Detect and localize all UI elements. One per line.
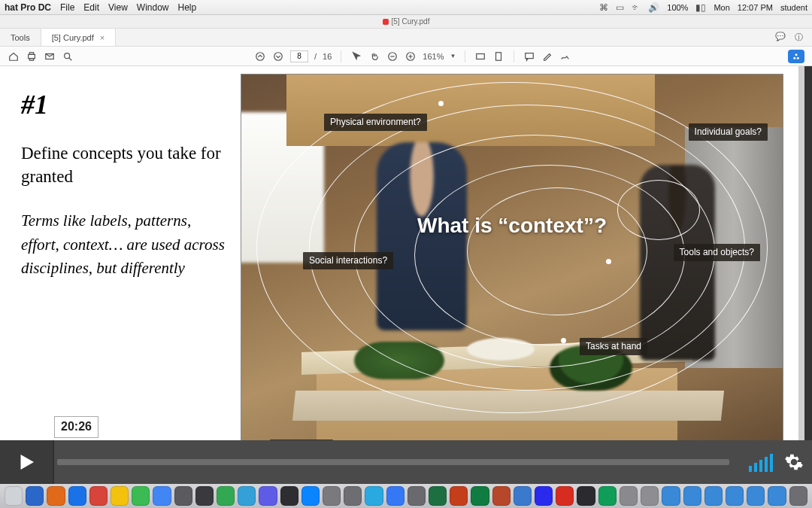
- dock-app-26[interactable]: [556, 486, 574, 506]
- camera-icon[interactable]: ⌘: [599, 2, 608, 13]
- dock-app-12[interactable]: [259, 486, 277, 506]
- dock-app-29[interactable]: [620, 486, 638, 506]
- page-down-button[interactable]: [272, 50, 284, 62]
- label-tools-objects: Tools and objects?: [674, 244, 760, 261]
- dock-app-20[interactable]: [429, 486, 447, 506]
- dock-app-0[interactable]: [5, 486, 23, 506]
- zoom-in-button[interactable]: [404, 50, 417, 62]
- svg-point-14: [797, 56, 799, 59]
- dock-app-22[interactable]: [471, 486, 489, 506]
- dock-app-24[interactable]: [514, 486, 532, 506]
- home-button[interactable]: [8, 50, 20, 62]
- print-button[interactable]: [26, 50, 38, 62]
- progress-track[interactable]: [57, 459, 729, 465]
- dock-app-13[interactable]: [280, 486, 298, 506]
- menu-help[interactable]: Help: [178, 2, 197, 13]
- svg-rect-9: [477, 53, 485, 59]
- zoom-dropdown-icon[interactable]: ▼: [450, 53, 456, 59]
- separator: [514, 50, 514, 62]
- fit-width-button[interactable]: [474, 50, 486, 62]
- svg-point-6: [274, 52, 283, 60]
- dock-app-4[interactable]: [89, 486, 108, 506]
- hand-tool[interactable]: [368, 50, 380, 62]
- ellipse: [617, 180, 700, 240]
- dock-app-34[interactable]: [726, 486, 744, 506]
- mail-button[interactable]: [44, 50, 56, 62]
- dock-app-30[interactable]: [641, 486, 659, 506]
- dock-app-1[interactable]: [26, 486, 44, 506]
- dock-app-33[interactable]: [704, 486, 723, 506]
- page-sep: /: [314, 52, 317, 61]
- share-button[interactable]: [788, 50, 804, 63]
- search-button[interactable]: [62, 50, 74, 62]
- user-name[interactable]: student: [780, 3, 807, 12]
- svg-rect-1: [29, 52, 33, 54]
- slide-heading: Define concepts you take for granted: [21, 141, 233, 188]
- sign-tool[interactable]: [559, 50, 571, 62]
- highlight-tool[interactable]: [541, 50, 553, 62]
- dock-app-2[interactable]: [47, 486, 65, 506]
- slide: #1 Define concepts you take for granted …: [15, 74, 783, 467]
- volume-indicator[interactable]: [749, 452, 773, 472]
- svg-rect-0: [29, 54, 35, 58]
- svg-point-5: [256, 52, 265, 60]
- dock-app-5[interactable]: [111, 486, 129, 506]
- svg-rect-2: [29, 58, 33, 60]
- dock-app-27[interactable]: [577, 486, 595, 506]
- menu-view[interactable]: View: [108, 2, 128, 13]
- display-icon[interactable]: ▭: [616, 2, 624, 13]
- dock-app-32[interactable]: [683, 486, 701, 506]
- dock-app-25[interactable]: [535, 486, 553, 506]
- comment-tool[interactable]: [523, 50, 535, 62]
- comment-icon[interactable]: 💬: [775, 32, 786, 43]
- dock-app-23[interactable]: [492, 486, 511, 506]
- dock-app-19[interactable]: [408, 486, 426, 506]
- menu-file[interactable]: File: [60, 2, 74, 13]
- battery-icon[interactable]: ▮▯: [695, 2, 706, 13]
- dock-app-8[interactable]: [174, 486, 192, 506]
- slide-number: #1: [21, 89, 233, 120]
- close-tab-icon[interactable]: ×: [100, 33, 105, 42]
- dock-app-36[interactable]: [768, 486, 786, 506]
- tab-document[interactable]: [5] Cury.pdf ×: [41, 29, 116, 46]
- document-viewport[interactable]: #1 Define concepts you take for granted …: [0, 66, 804, 474]
- dock-app-9[interactable]: [195, 486, 214, 506]
- clock-day: Mon: [714, 3, 729, 12]
- dock-app-6[interactable]: [132, 486, 150, 506]
- dock-app-7[interactable]: [153, 486, 171, 506]
- svg-point-4: [65, 53, 70, 58]
- dock-app-21[interactable]: [450, 486, 468, 506]
- menu-edit[interactable]: Edit: [83, 2, 99, 13]
- info-icon[interactable]: ⓘ: [795, 32, 803, 43]
- svg-point-13: [793, 56, 795, 59]
- dock-app-31[interactable]: [662, 486, 680, 506]
- dock-app-28[interactable]: [598, 486, 617, 506]
- dock-app-3[interactable]: [68, 486, 86, 506]
- fit-page-button[interactable]: [492, 50, 504, 62]
- wifi-icon[interactable]: ᯤ: [632, 2, 641, 13]
- dock-app-14[interactable]: [301, 486, 320, 506]
- page-number-input[interactable]: [290, 50, 308, 62]
- volume-icon[interactable]: 🔊: [648, 2, 659, 13]
- page-up-button[interactable]: [254, 50, 266, 62]
- zoom-out-button[interactable]: [386, 50, 398, 62]
- dock-app-15[interactable]: [323, 486, 341, 506]
- tab-tools[interactable]: Tools: [0, 29, 41, 46]
- dock-app-18[interactable]: [386, 486, 404, 506]
- anchor-dot: [561, 338, 566, 343]
- menu-window[interactable]: Window: [137, 2, 169, 13]
- play-button[interactable]: [0, 440, 54, 484]
- dock-app-35[interactable]: [747, 486, 765, 506]
- dock-app-17[interactable]: [365, 486, 383, 506]
- window-title: [5] Cury.pdf: [392, 17, 430, 26]
- anchor-dot: [438, 101, 444, 106]
- settings-button[interactable]: [783, 452, 804, 473]
- svg-rect-11: [526, 53, 534, 58]
- pdf-toolbar: / 16 161% ▼: [0, 47, 812, 66]
- select-tool[interactable]: [350, 50, 362, 62]
- dock-app-11[interactable]: [238, 486, 256, 506]
- dock-app-10[interactable]: [217, 486, 235, 506]
- zoom-value[interactable]: 161%: [423, 52, 444, 61]
- dock-app-16[interactable]: [344, 486, 362, 506]
- dock-app-37[interactable]: [789, 486, 807, 506]
